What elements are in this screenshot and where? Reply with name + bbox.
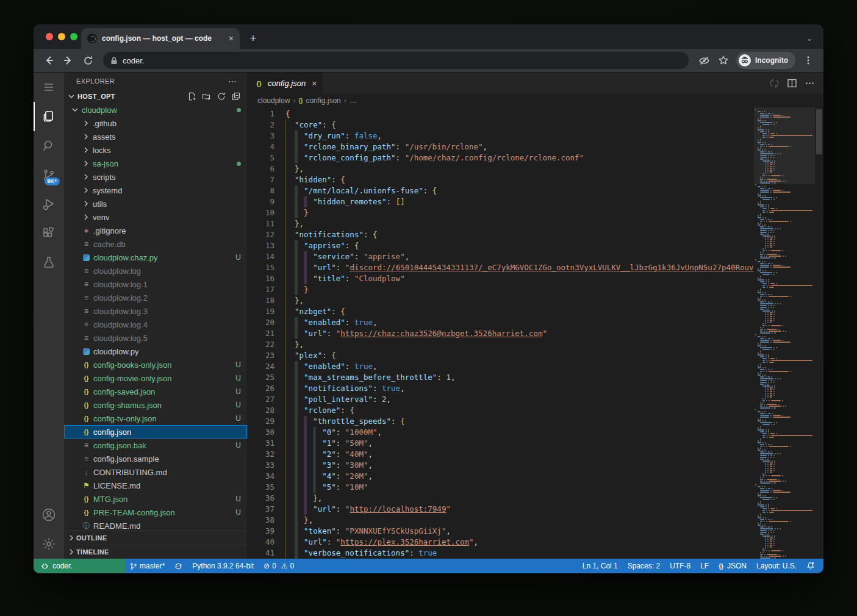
- outline-section[interactable]: OUTLINE: [64, 531, 247, 545]
- explorer-activity-icon[interactable]: [34, 102, 64, 131]
- incognito-badge[interactable]: Incognito: [736, 52, 795, 69]
- eye-off-icon[interactable]: [695, 51, 713, 70]
- tab-close-button[interactable]: ×: [229, 34, 234, 43]
- tree-item-license-md[interactable]: ⚑LICENSE.md: [64, 479, 247, 492]
- tree-item-config-json[interactable]: {}config.json: [64, 425, 247, 439]
- open-changes-icon[interactable]: [769, 78, 780, 88]
- tree-item-cloudplow-chaz-py[interactable]: cloudplow.chaz.pyU: [64, 251, 247, 264]
- tree-item-readme-md[interactable]: ⓘREADME.md: [64, 519, 247, 531]
- forward-button[interactable]: [59, 51, 77, 70]
- tree-item-locks[interactable]: locks: [64, 143, 247, 157]
- zoom-window-button[interactable]: [70, 33, 77, 40]
- code-line-32: 32"2": "40M",: [248, 449, 754, 460]
- encoding-item[interactable]: UTF-8: [665, 559, 695, 573]
- close-window-button[interactable]: [46, 33, 53, 40]
- editor-tab-close-icon[interactable]: ×: [312, 79, 317, 88]
- tree-item-cache-db[interactable]: ≡cache.db: [64, 237, 247, 251]
- search-activity-icon[interactable]: [34, 131, 64, 160]
- tree-item-config-tv-only-json[interactable]: {}config-tv-only.jsonU: [64, 412, 247, 425]
- tree-item-scripts[interactable]: scripts: [64, 170, 247, 184]
- python-interpreter-item[interactable]: Python 3.9.2 64-bit: [187, 559, 259, 573]
- testing-beaker-activity-icon[interactable]: [34, 248, 64, 278]
- git-untracked-badge: U: [235, 401, 241, 409]
- tree-item-label: README.md: [93, 521, 140, 531]
- keyboard-layout-item[interactable]: Layout: U.S.: [751, 559, 801, 573]
- tree-item-utils[interactable]: utils: [64, 197, 247, 210]
- git-branch-item[interactable]: master*: [125, 559, 170, 573]
- split-editor-icon[interactable]: [787, 78, 797, 88]
- breadcrumb-folder[interactable]: cloudplow: [257, 96, 290, 105]
- sync-changes-button[interactable]: [170, 559, 187, 573]
- settings-gear-activity-icon[interactable]: [34, 529, 64, 559]
- tree-item--gitignore[interactable]: ◆.gitignore: [64, 224, 247, 237]
- url-bar[interactable]: coder.: [103, 52, 689, 69]
- tree-item-cloudplow-log-2[interactable]: ≡cloudplow.log.2: [64, 291, 247, 304]
- collapse-all-icon[interactable]: [231, 91, 241, 101]
- minimap-slider[interactable]: [754, 107, 815, 184]
- language-mode-item[interactable]: {} JSON: [714, 559, 751, 573]
- editor-more-actions-icon[interactable]: [805, 78, 815, 88]
- browser-tab[interactable]: config.json — host_opt — code ×: [81, 28, 240, 49]
- outline-label: OUTLINE: [76, 534, 107, 542]
- code-line-9: 9"hidden_remotes": []: [248, 196, 754, 207]
- tree-item-config-movie-only-json[interactable]: {}config-movie-only.jsonU: [64, 371, 247, 385]
- tree-item-contributing-md[interactable]: ↓CONTRIBUTING.md: [64, 465, 247, 479]
- minimap[interactable]: [754, 107, 815, 559]
- lock-icon: [110, 57, 118, 65]
- new-file-icon[interactable]: [187, 91, 197, 101]
- tree-item-label: config-movie-only.json: [93, 374, 171, 383]
- tree-item-cloudplow-log[interactable]: ≡cloudplow.log: [64, 264, 247, 278]
- tree-item-cloudplow-log-1[interactable]: ≡cloudplow.log.1: [64, 278, 247, 291]
- editor-scrollbar-thumb[interactable]: [816, 109, 822, 154]
- tree-item-cloudplow[interactable]: cloudplow: [64, 103, 247, 116]
- reload-button[interactable]: [79, 51, 97, 70]
- tree-item-assets[interactable]: assets: [64, 130, 247, 143]
- tree-item-cloudplow-log-4[interactable]: ≡cloudplow.log.4: [64, 318, 247, 331]
- minimize-window-button[interactable]: [58, 33, 65, 40]
- eol-item[interactable]: LF: [695, 559, 714, 573]
- cursor-position-item[interactable]: Ln 1, Col 1: [578, 559, 623, 573]
- bookmark-star-icon[interactable]: [714, 51, 733, 70]
- tree-item-config-json-sample[interactable]: ≡config.json.sample: [64, 452, 247, 465]
- tree-item-pre-team-config-json[interactable]: {}PRE-TEAM-config.jsonU: [64, 506, 247, 519]
- tree-item-config-json-bak[interactable]: ≡config.json.bakU: [64, 439, 247, 452]
- breadcrumb-file[interactable]: config.json: [306, 96, 340, 105]
- tree-item-config-shamus-json[interactable]: {}config-shamus.jsonU: [64, 398, 247, 412]
- indentation-item[interactable]: Spaces: 2: [623, 559, 665, 573]
- editor-scrollbar[interactable]: [815, 107, 823, 559]
- run-debug-activity-icon[interactable]: [34, 190, 64, 219]
- tree-item--github[interactable]: .github: [64, 116, 247, 130]
- new-tab-button[interactable]: +: [245, 30, 262, 47]
- back-button[interactable]: [40, 51, 58, 70]
- tab-search-chevron-icon[interactable]: ⌄: [806, 34, 812, 43]
- breadcrumb-symbol[interactable]: …: [350, 96, 357, 105]
- tree-item-cloudplow-log-5[interactable]: ≡cloudplow.log.5: [64, 331, 247, 345]
- code-editor[interactable]: 1{2"core": {3"dry_run": false,4"rclone_b…: [248, 107, 823, 559]
- refresh-icon[interactable]: [217, 91, 226, 101]
- browser-menu-kebab-icon[interactable]: [799, 51, 817, 70]
- tree-item-label: cloudplow.log.1: [93, 280, 148, 289]
- remote-indicator[interactable]: coder.: [34, 559, 125, 573]
- tree-item-config-books-only-json[interactable]: {}config-books-only.jsonU: [64, 358, 247, 371]
- workspace-section-header[interactable]: HOST_OPT: [64, 90, 247, 103]
- account-activity-icon[interactable]: [34, 500, 64, 529]
- new-folder-icon[interactable]: [202, 91, 212, 101]
- tree-item-label: cloudplow.log.2: [93, 293, 148, 303]
- source-control-activity-icon[interactable]: 9K+: [34, 160, 64, 190]
- problems-item[interactable]: ⊘ 0 ⚠ 0: [259, 559, 299, 573]
- explorer-more-actions-icon[interactable]: ⋯: [228, 76, 237, 86]
- editor-tab-config-json[interactable]: {} config.json ×: [248, 73, 323, 94]
- notifications-bell-icon[interactable]: [801, 559, 820, 573]
- tree-item-cloudplow-log-3[interactable]: ≡cloudplow.log.3: [64, 304, 247, 318]
- extensions-activity-icon[interactable]: [34, 219, 64, 248]
- tree-item-venv[interactable]: venv: [64, 210, 247, 224]
- tree-item-mtg-json[interactable]: {}MTG.jsonU: [64, 492, 247, 506]
- tree-item-cloudplow-py[interactable]: cloudplow.py: [64, 345, 247, 358]
- menu-hamburger-icon[interactable]: [34, 73, 64, 102]
- timeline-section[interactable]: TIMELINE: [64, 545, 247, 559]
- tree-item-sa-json[interactable]: sa-json: [64, 157, 247, 170]
- tree-item-systemd[interactable]: systemd: [64, 184, 247, 197]
- code-line-38: 38},: [248, 515, 754, 526]
- tree-item-label: config-saved.json: [93, 387, 155, 396]
- tree-item-config-saved-json[interactable]: {}config-saved.jsonU: [64, 385, 247, 398]
